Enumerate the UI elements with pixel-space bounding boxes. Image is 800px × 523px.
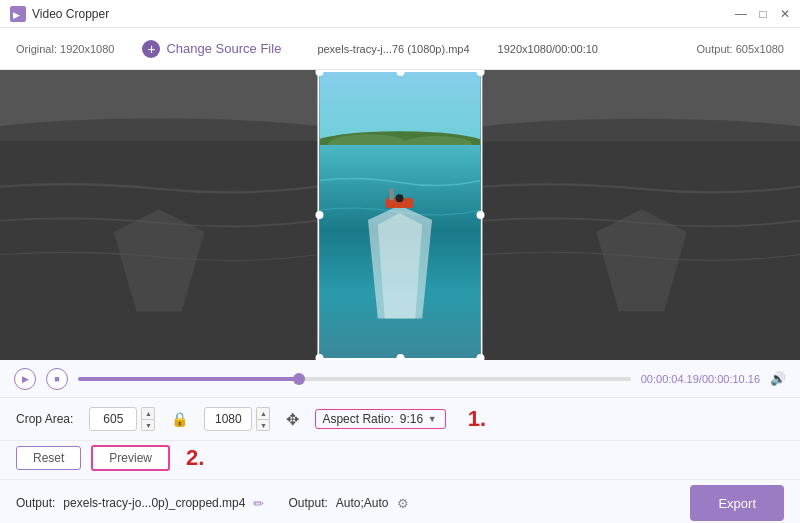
video-left-content [0,70,318,360]
file-name: pexels-tracy-j...76 (1080p).mp4 [317,43,469,55]
svg-point-15 [396,194,404,202]
timeline-fill [78,377,299,381]
maximize-button[interactable]: □ [756,7,770,21]
aspect-ratio-group: Aspect Ratio: Free 1:1 4:3 16:9 9:16 21:… [315,409,445,429]
crop-handle-mid-left[interactable] [316,211,324,219]
title-bar: ▶ Video Cropper — □ ✕ [0,0,800,28]
timeline-track[interactable] [78,377,631,381]
crop-area-label: Crop Area: [16,412,73,426]
app-title: Video Cropper [32,7,109,21]
output-label: Output: [16,496,55,510]
aspect-ratio-select[interactable]: Free 1:1 4:3 16:9 9:16 21:9 [400,412,439,426]
step-1-badge: 1. [468,406,486,432]
volume-icon[interactable]: 🔊 [770,371,786,386]
aspect-ratio-label: Aspect Ratio: [322,412,393,426]
minimize-button[interactable]: — [734,7,748,21]
output-info: Output: 605x1080 [697,43,784,55]
window-controls: — □ ✕ [734,7,792,21]
output-label-2: Output: [288,496,327,510]
crop-handle-br[interactable] [477,354,485,360]
timeline-thumb[interactable] [293,373,305,385]
play-button[interactable]: ▶ [14,368,36,390]
output-filename: pexels-tracy-jo...0p)_cropped.mp4 [63,496,245,510]
app-icon: ▶ [10,6,26,22]
width-input-group: ▲ ▼ [89,407,155,431]
width-up-btn[interactable]: ▲ [141,407,155,419]
crop-selection[interactable] [318,70,483,360]
plus-icon: + [142,40,160,58]
file-meta: 1920x1080/00:00:10 [498,43,598,55]
action-buttons-row: Reset Preview 2. [0,441,800,480]
width-down-btn[interactable]: ▼ [141,419,155,431]
output-row: Output: pexels-tracy-jo...0p)_cropped.mp… [0,480,800,523]
close-button[interactable]: ✕ [778,7,792,21]
svg-rect-14 [390,188,394,200]
crop-handle-mid-right[interactable] [477,211,485,219]
video-right-side [483,70,800,360]
original-info: Original: 1920x1080 [16,43,114,55]
crop-handle-bl[interactable] [316,354,324,360]
height-input[interactable] [204,407,252,431]
playback-bar: ▶ ■ 00:00:04.19/00:00:10.16 🔊 [0,360,800,398]
preview-button[interactable]: Preview [91,445,170,471]
export-button[interactable]: Export [690,485,784,521]
crop-color-preview [320,72,481,358]
step-2-badge: 2. [186,445,204,471]
lock-icon[interactable]: 🔒 [171,411,188,427]
reset-button[interactable]: Reset [16,446,81,470]
top-bar: Original: 1920x1080 + Change Source File… [0,28,800,70]
height-down-btn[interactable]: ▼ [256,419,270,431]
height-input-group: ▲ ▼ [204,407,270,431]
aspect-ratio-wrapper: Free 1:1 4:3 16:9 9:16 21:9 ▼ [400,412,439,426]
crop-controls: Crop Area: ▲ ▼ 🔒 ▲ ▼ ✥ Aspect Ratio: Fre… [0,398,800,441]
height-up-btn[interactable]: ▲ [256,407,270,419]
video-preview [0,70,800,360]
move-icon[interactable]: ✥ [286,410,299,429]
output-value: Auto;Auto [336,496,389,510]
width-input[interactable] [89,407,137,431]
time-display: 00:00:04.19/00:00:10.16 [641,373,760,385]
settings-icon[interactable]: ⚙ [397,496,409,511]
stop-button[interactable]: ■ [46,368,68,390]
svg-text:▶: ▶ [13,10,20,20]
width-spin: ▲ ▼ [141,407,155,431]
height-spin: ▲ ▼ [256,407,270,431]
edit-icon[interactable]: ✏ [253,496,264,511]
video-right-content [483,70,800,360]
crop-handle-bottom-mid[interactable] [396,354,404,360]
video-left-side [0,70,318,360]
change-source-button[interactable]: + Change Source File [134,36,289,62]
